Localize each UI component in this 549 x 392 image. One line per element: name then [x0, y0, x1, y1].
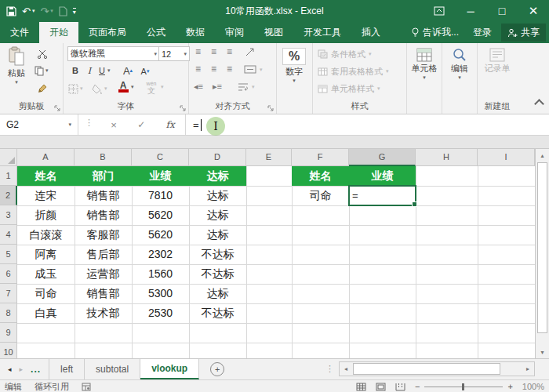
minimize-button[interactable]: ─: [455, 0, 486, 22]
scroll-right-icon[interactable]: ▸: [522, 365, 534, 372]
tab-view[interactable]: 视图: [254, 22, 293, 43]
zoom-percent[interactable]: 100%: [522, 382, 544, 391]
cell-d5[interactable]: 不达标: [189, 245, 246, 264]
cell-a5[interactable]: 阿离: [17, 245, 75, 264]
customize-qat-button[interactable]: ▾: [73, 8, 76, 15]
close-button[interactable]: ✕: [518, 0, 549, 22]
scroll-down-icon[interactable]: ▾: [536, 346, 549, 358]
name-box-dropdown[interactable]: ▾: [68, 122, 71, 127]
row-header-6[interactable]: 6: [0, 264, 17, 284]
cell-a4[interactable]: 白滚滚: [17, 225, 75, 245]
cell-c4[interactable]: 5620: [132, 225, 189, 245]
zoom-thumb[interactable]: [462, 383, 464, 390]
cell-d6[interactable]: 不达标: [189, 264, 246, 284]
insert-function-icon[interactable]: fx: [166, 119, 175, 130]
vertical-scrollbar-thumb[interactable]: [537, 162, 547, 333]
phonetic-button[interactable]: wén文: [145, 80, 158, 94]
sheet-tab-vlookup[interactable]: vlookup: [140, 359, 199, 379]
cell-a8[interactable]: 白真: [17, 303, 75, 323]
cell-f2[interactable]: 司命: [292, 186, 349, 205]
decrease-indent-icon[interactable]: ◂≡: [194, 82, 203, 90]
cell-c5[interactable]: 2302: [132, 245, 189, 264]
cell-d8[interactable]: 不达标: [189, 303, 246, 323]
row-header-9[interactable]: 9: [0, 323, 17, 343]
cell-b8[interactable]: 技术部: [75, 303, 132, 323]
tab-page-layout[interactable]: 页面布局: [78, 22, 136, 43]
shrink-font-button[interactable]: A▾: [139, 64, 151, 78]
normal-view-icon[interactable]: [356, 383, 366, 391]
cell-d7[interactable]: 达标: [189, 284, 246, 303]
cell-b5[interactable]: 售后部: [75, 245, 132, 264]
cell-d2[interactable]: 达标: [189, 186, 246, 205]
tab-insert[interactable]: 插入: [351, 22, 391, 43]
align-top-icon[interactable]: ≡: [195, 48, 201, 56]
new-sheet-button[interactable]: +: [210, 359, 224, 379]
cell-g1[interactable]: 业绩: [349, 166, 416, 186]
align-bottom-icon[interactable]: ≡: [227, 48, 232, 56]
bold-button[interactable]: B: [69, 64, 82, 78]
select-all-corner[interactable]: [0, 149, 17, 166]
cell-f1[interactable]: 姓名: [292, 166, 349, 186]
font-dialog-launcher-icon[interactable]: [180, 105, 186, 111]
zoom-slider[interactable]: − +: [415, 382, 513, 391]
sign-in-button[interactable]: 登录: [467, 26, 498, 39]
cell-d4[interactable]: 达标: [189, 225, 246, 245]
zoom-in-icon[interactable]: +: [507, 382, 512, 391]
cell-b6[interactable]: 运营部: [75, 264, 132, 284]
row-header-7[interactable]: 7: [0, 284, 17, 303]
copy-icon[interactable]: ▾: [35, 64, 49, 78]
cell-c6[interactable]: 1560: [132, 264, 189, 284]
orientation-icon[interactable]: [245, 48, 256, 56]
page-break-view-icon[interactable]: [395, 383, 405, 391]
cell-b1[interactable]: 部门: [75, 166, 132, 186]
row-header-10[interactable]: 10: [0, 343, 17, 358]
enter-icon[interactable]: ✓: [137, 119, 145, 130]
formula-input[interactable]: =: [193, 114, 202, 135]
font-name-combo[interactable]: 微软雅黑▾: [67, 46, 160, 61]
name-box[interactable]: G2 ▾: [0, 114, 78, 135]
row-header-2[interactable]: 2: [0, 186, 17, 205]
number-format-button[interactable]: % 数字 ▾: [281, 48, 307, 83]
row-header-4[interactable]: 4: [0, 225, 17, 245]
row-header-5[interactable]: 5: [0, 245, 17, 264]
merge-center-icon[interactable]: [244, 65, 256, 74]
sheet-prev-icon[interactable]: ◂: [8, 365, 12, 373]
col-header-g[interactable]: G: [349, 149, 416, 166]
zoom-track[interactable]: [424, 387, 503, 387]
spreadsheet-grid[interactable]: A B C D E F G H I 1 2 3 4 5 6 7 8 9 10 姓…: [0, 149, 549, 358]
tab-data[interactable]: 数据: [176, 22, 215, 43]
cell-a3[interactable]: 折颜: [17, 205, 75, 225]
cell-d3[interactable]: 达标: [189, 205, 246, 225]
alignment-dialog-launcher-icon[interactable]: [267, 105, 274, 111]
align-left-icon[interactable]: ≡: [195, 65, 201, 73]
cell-c2[interactable]: 7810: [132, 186, 189, 205]
sheet-tab-subtotal[interactable]: subtotal: [85, 359, 140, 379]
circular-reference-indicator[interactable]: 循环引用: [35, 381, 69, 392]
cell-a7[interactable]: 司命: [17, 284, 75, 303]
tab-review[interactable]: 审阅: [215, 22, 254, 43]
col-header-a[interactable]: A: [17, 149, 75, 166]
row-header-3[interactable]: 3: [0, 205, 17, 225]
page-layout-view-icon[interactable]: [376, 383, 386, 391]
borders-icon[interactable]: ▾: [68, 82, 83, 96]
wrap-text-icon[interactable]: [238, 82, 249, 91]
col-header-b[interactable]: B: [75, 149, 132, 166]
collapse-ribbon-icon[interactable]: [534, 99, 544, 109]
tab-home[interactable]: 开始: [39, 22, 78, 43]
col-header-f[interactable]: F: [292, 149, 349, 166]
cell-b2[interactable]: 销售部: [75, 186, 132, 205]
col-header-c[interactable]: C: [132, 149, 189, 166]
zoom-out-icon[interactable]: −: [415, 382, 420, 391]
sheet-overflow-ellipsis[interactable]: ...: [31, 364, 41, 375]
format-painter-icon[interactable]: [36, 81, 49, 95]
col-header-i[interactable]: I: [478, 149, 535, 166]
share-button[interactable]: 共享: [501, 24, 546, 42]
cell-c1[interactable]: 业绩: [132, 166, 189, 186]
cell-d1[interactable]: 达标: [189, 166, 246, 186]
underline-dropdown[interactable]: ▾: [107, 68, 111, 73]
tab-file[interactable]: 文件: [0, 22, 39, 43]
ribbon-display-options-icon[interactable]: [424, 0, 455, 22]
cell-b3[interactable]: 销售部: [75, 205, 132, 225]
cell-c8[interactable]: 2530: [132, 303, 189, 323]
scroll-up-icon[interactable]: ▴: [536, 149, 549, 162]
